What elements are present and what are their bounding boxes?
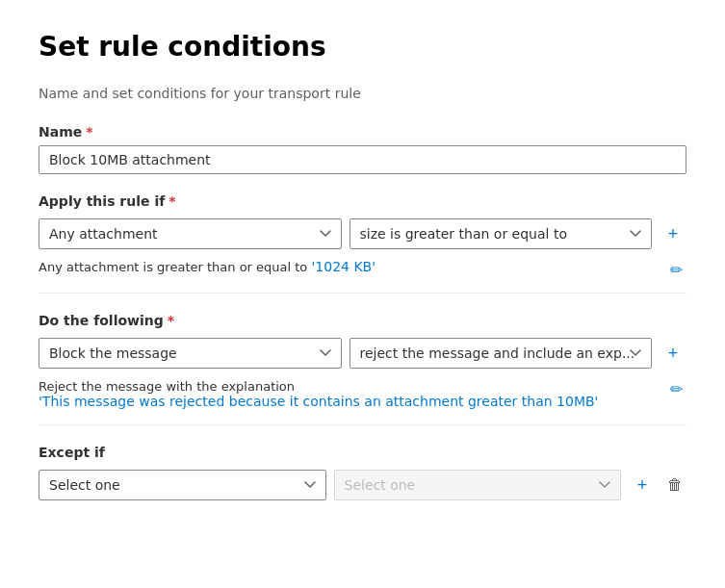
except-if-add-button[interactable]: +: [629, 472, 656, 499]
except-if-label: Except if: [39, 445, 105, 460]
except-if-section: Except if Select one Select one + 🗑: [39, 445, 686, 500]
apply-rule-edit-button[interactable]: ✏: [666, 259, 686, 281]
do-following-label: Do the following: [39, 313, 164, 328]
do-following-divider: [39, 424, 686, 425]
do-following-info-line1: Reject the message with the explanation: [39, 379, 295, 394]
apply-rule-section: Apply this rule if * Any attachment size…: [39, 193, 686, 294]
do-following-edit-button[interactable]: ✏: [666, 378, 686, 400]
except-if-delete-button[interactable]: 🗑: [663, 473, 686, 498]
apply-rule-label: Apply this rule if: [39, 193, 165, 209]
do-following-info-link[interactable]: 'This message was rejected because it co…: [39, 394, 598, 409]
do-following-dropdown1[interactable]: Block the message: [39, 338, 342, 369]
do-following-dropdown2[interactable]: reject the message and include an exp...: [350, 338, 653, 369]
page-title: Set rule conditions: [39, 31, 686, 63]
apply-rule-dropdown1[interactable]: Any attachment: [39, 218, 342, 249]
name-input[interactable]: [39, 145, 686, 174]
apply-rule-required-star: *: [168, 193, 175, 209]
do-following-section: Do the following * Block the message rej…: [39, 313, 686, 425]
name-required-star: *: [86, 124, 92, 140]
apply-rule-add-button[interactable]: +: [660, 220, 686, 248]
do-following-required-star: *: [168, 313, 174, 328]
do-following-add-button[interactable]: +: [660, 340, 686, 368]
page-subtitle: Name and set conditions for your transpo…: [39, 86, 686, 101]
except-if-dropdown1[interactable]: Select one: [39, 470, 326, 500]
apply-rule-dropdown2[interactable]: size is greater than or equal to: [350, 218, 653, 249]
name-label: Name: [39, 124, 82, 140]
apply-rule-condition-text: Any attachment is greater than or equal …: [39, 260, 311, 274]
apply-rule-divider: [39, 293, 686, 294]
apply-rule-condition-link[interactable]: '1024 KB': [311, 259, 375, 274]
name-section: Name *: [39, 124, 686, 193]
except-if-dropdown2[interactable]: Select one: [334, 470, 622, 500]
